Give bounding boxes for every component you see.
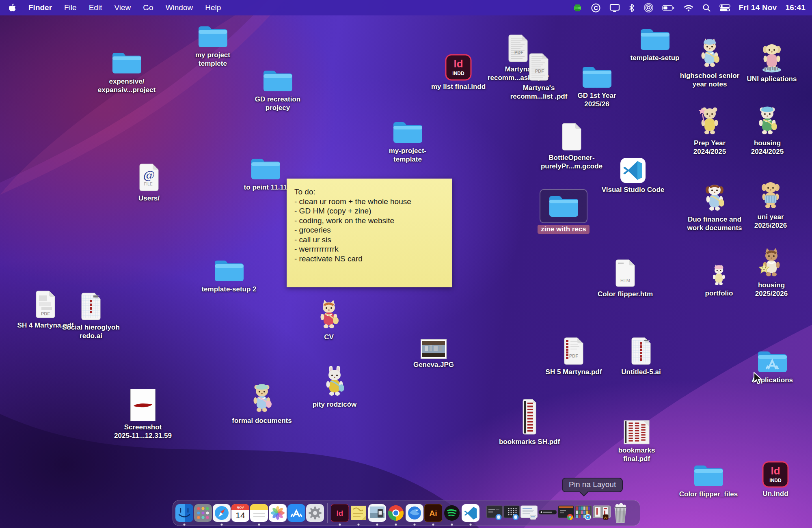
desktop-icon-label-text: Social hieroglyoh redo.ai bbox=[62, 323, 120, 340]
desktop-icon-template-setup-2[interactable]: template-setup 2 bbox=[186, 257, 272, 294]
svg-text:@: @ bbox=[143, 168, 154, 182]
running-indicator bbox=[258, 524, 260, 526]
desktop-icon-label-text: my-project- template bbox=[389, 147, 427, 163]
desktop-icon-my-project-template[interactable]: my-project- template bbox=[365, 119, 450, 164]
desktop-icon-untitled-5-ai[interactable]: Untitled-5.ai bbox=[598, 336, 684, 377]
desktop-icon-screenshot-2025-11-12-31-59[interactable]: Screenshot 2025-11...12.31.59 bbox=[100, 389, 186, 440]
desktop-icon-label: Visual Studio Code bbox=[602, 186, 665, 194]
desktop-icon-label: bookmarks SH.pdf bbox=[499, 438, 560, 446]
desktop-icon-label-text: Users/ bbox=[138, 194, 160, 202]
minimized-window-grayai[interactable]: Ai bbox=[593, 505, 611, 521]
menu-item-view[interactable]: View bbox=[108, 3, 137, 12]
trash-icon[interactable] bbox=[611, 502, 629, 524]
creative-cloud-menu-icon[interactable] bbox=[591, 3, 601, 13]
desktop-icon-label-text: uni year 2025/2026 bbox=[754, 213, 787, 229]
battery-menu-icon[interactable] bbox=[662, 4, 675, 11]
minimized-window-bar[interactable] bbox=[538, 505, 557, 521]
menu-clock[interactable]: 16:41 bbox=[785, 3, 806, 12]
dock-app-photos[interactable] bbox=[269, 504, 287, 522]
desktop-icon-pity-rodziców[interactable]: pity rodziców bbox=[292, 366, 377, 409]
desktop-icon-label-text: UNI aplications bbox=[747, 75, 797, 83]
desktop-icon-label: Screenshot 2025-11...12.31.59 bbox=[114, 423, 172, 440]
dock-app-settings[interactable] bbox=[306, 504, 324, 522]
dock-app-calendar[interactable]: NOV14 bbox=[231, 504, 249, 522]
dock-app-appstore[interactable] bbox=[287, 504, 305, 522]
wifi-menu-icon[interactable] bbox=[683, 4, 694, 12]
menu-item-window[interactable]: Window bbox=[160, 3, 199, 12]
desktop-icon-label-text: zine with recs bbox=[538, 225, 589, 234]
folder-icon bbox=[261, 67, 294, 93]
green-utility-menu-icon[interactable] bbox=[573, 4, 582, 12]
desktop-icon-expensive-expansiv-project[interactable]: expensive/ expansiv...project bbox=[84, 50, 169, 94]
minimized-window-dark[interactable] bbox=[486, 505, 503, 521]
dock-app-notes[interactable] bbox=[250, 504, 268, 522]
desktop-icon-label-text: Color flipper.htm bbox=[598, 290, 653, 298]
desktop-icon-uni-year-2025-2026[interactable]: uni year 2025/2026 bbox=[728, 179, 812, 230]
desktop-icon-visual-studio-code[interactable]: Visual Studio Code bbox=[590, 157, 676, 194]
sticky-note-line: - clean ur room + the whole house bbox=[294, 197, 445, 207]
dock-app-spotify[interactable] bbox=[443, 504, 461, 522]
desktop-icon-label-text: Prep Year 2024/2025 bbox=[693, 139, 726, 155]
desktop-icon-color-flipper-htm[interactable]: HTMColor flipper.htm bbox=[583, 258, 668, 299]
desktop-icon-label: SH 5 Martyna.pdf bbox=[546, 368, 602, 377]
display-menu-icon[interactable] bbox=[609, 4, 620, 12]
menu-item-file[interactable]: File bbox=[58, 3, 83, 12]
dock-app-indesign[interactable]: Id bbox=[331, 504, 349, 522]
folder-icon bbox=[249, 155, 282, 181]
desktop-icon-social-hieroglyoh-redo-ai[interactable]: Social hieroglyoh redo.ai bbox=[48, 291, 134, 340]
minimized-window-chromewin[interactable] bbox=[558, 505, 574, 521]
control-center-menu-icon[interactable] bbox=[719, 4, 730, 12]
desktop-icon-label: Users/ bbox=[138, 194, 160, 203]
desktop-icon-label: housing 2025/2026 bbox=[755, 281, 788, 298]
dock-app-launchpad[interactable] bbox=[194, 504, 212, 522]
minimized-window-grid[interactable] bbox=[503, 505, 520, 521]
desktop-icon-uni-aplications[interactable]: UNI aplications bbox=[729, 41, 812, 84]
dock-app-safari[interactable] bbox=[213, 504, 231, 522]
airdrop-scan-menu-icon[interactable] bbox=[644, 3, 654, 13]
sticky-note-line: - call ur sis bbox=[294, 235, 445, 245]
dock-app-thunderbird[interactable] bbox=[406, 504, 423, 522]
desktop-icon-gd-1st-year-2025-26[interactable]: GD 1st Year 2025/26 bbox=[554, 64, 639, 108]
dock-app-illustrator[interactable]: Ai bbox=[424, 504, 442, 522]
apple-menu-icon[interactable] bbox=[9, 4, 16, 12]
spotlight-search-menu-icon[interactable] bbox=[702, 4, 711, 12]
dock-separator bbox=[483, 503, 483, 523]
desktop-icon-formal-documents[interactable]: formal documents bbox=[219, 382, 304, 425]
desktop-icon-housing-2024-2025[interactable]: housing 2024/2025 bbox=[725, 105, 810, 156]
dock-app-finder[interactable] bbox=[175, 504, 193, 522]
desktop-icon-label: to peint 11.11 bbox=[244, 183, 287, 192]
dock-tooltip-text: Pin na Layout bbox=[569, 480, 616, 489]
menu-item-finder[interactable]: Finder bbox=[22, 3, 58, 12]
desktop-icon-housing-2025-2026[interactable]: housing 2025/2026 bbox=[729, 247, 812, 298]
desktop-icon-label: GD recreation projecy bbox=[255, 95, 300, 112]
desktop-icon-bookmarks-sh-pdf[interactable]: bookmarks SH.pdf bbox=[487, 399, 572, 446]
desktop-icon-un-indd[interactable]: IdINDDUn.indd bbox=[733, 461, 812, 498]
desktop-icon-applications[interactable]: Applications bbox=[730, 348, 812, 385]
desktop-icon-gd-recreation-projecy[interactable]: GD recreation projecy bbox=[235, 67, 320, 112]
bluetooth-menu-icon[interactable] bbox=[628, 3, 635, 13]
desktop-icon-geneva-jpg[interactable]: Geneva.JPG bbox=[391, 339, 476, 369]
minimized-window-posters[interactable] bbox=[575, 505, 592, 521]
desktop-icon-bookmarks-final-pdf[interactable]: bookmarks final.pdf bbox=[594, 420, 679, 463]
desktop-icon-users[interactable]: @FILEUsers/ bbox=[106, 162, 192, 203]
sticky-note[interactable]: To do:- clean ur room + the whole house-… bbox=[287, 179, 452, 287]
pdfred-icon: PDF bbox=[562, 336, 585, 366]
dock-app-chrome[interactable] bbox=[387, 504, 405, 522]
svg-text:INDD: INDD bbox=[452, 71, 464, 76]
menu-item-go[interactable]: Go bbox=[137, 3, 159, 12]
menu-bar: FinderFileEditViewGoWindowHelp Fri 14 No… bbox=[0, 0, 812, 15]
dock-app-vscode[interactable] bbox=[462, 504, 479, 522]
menu-item-help[interactable]: Help bbox=[199, 3, 227, 12]
dock-app-preview[interactable] bbox=[368, 504, 386, 522]
folder-icon bbox=[540, 189, 587, 223]
desktop-icon-cv[interactable]: CV bbox=[286, 299, 371, 342]
desktop-icon-label-text: Un.indd bbox=[762, 490, 788, 498]
svg-text:Id: Id bbox=[771, 465, 780, 477]
dock-app-stickies[interactable] bbox=[350, 504, 367, 522]
running-indicator bbox=[470, 524, 472, 526]
minimized-window-white[interactable] bbox=[520, 505, 538, 521]
desktop-icon-zine-with-recs[interactable]: zine with recs bbox=[521, 189, 606, 234]
menu-date[interactable]: Fri 14 Nov bbox=[739, 3, 777, 12]
menu-item-edit[interactable]: Edit bbox=[83, 3, 108, 12]
desktop-icon-my-project-templete[interactable]: my project templete bbox=[170, 23, 255, 68]
